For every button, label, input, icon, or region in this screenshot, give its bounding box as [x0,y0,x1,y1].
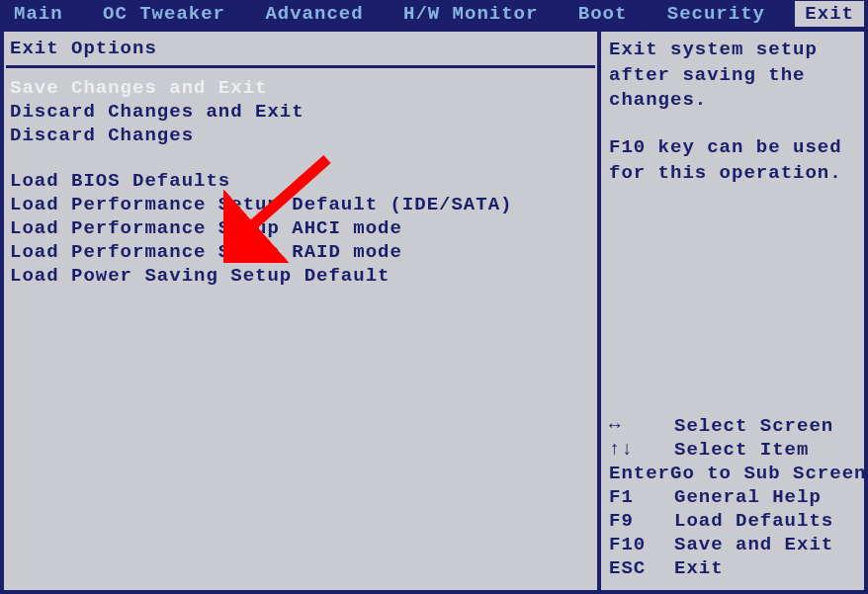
section-divider [6,65,595,68]
option-save-changes-and-exit[interactable]: Save Changes and Exit [6,76,595,100]
option-load-power-saving-setup-default[interactable]: Load Power Saving Setup Default [6,264,595,288]
keyhint-f10: F10 Save and Exit [609,533,856,556]
help-text-1: Exit system setup after saving the chang… [609,36,856,116]
tab-security[interactable]: Security [657,1,775,27]
keyhint-desc: General Help [674,486,822,508]
keyhint-desc: Save and Exit [674,534,833,555]
tab-advanced[interactable]: Advanced [255,1,373,27]
keyhint-desc: Select Item [674,439,809,461]
option-load-bios-defaults[interactable]: Load BIOS Defaults [6,169,595,193]
tab-main[interactable]: Main [4,1,73,27]
keyhint-key: F1 [609,486,674,508]
keyhint-desc: Load Defaults [674,510,833,532]
keyhint-key: ↔ [609,415,674,437]
keyhint-key: F9 [609,510,674,532]
keyhint-select-item: ↑↓ Select Item [609,438,856,462]
bios-content: Exit Options Save Changes and Exit Disca… [0,28,868,594]
keyhint-select-screen: ↔ Select Screen [609,414,856,438]
bios-menubar: Main OC Tweaker Advanced H/W Monitor Boo… [0,0,868,28]
keyhint-key: ESC [609,557,674,579]
help-text-2: F10 key can be used for this operation. [609,133,856,188]
option-load-performance-setup-default-ide-sata[interactable]: Load Performance Setup Default (IDE/SATA… [6,193,595,216]
option-load-performance-setup-ahci[interactable]: Load Performance Setup AHCI mode [6,216,595,240]
keyhint-key: ↑↓ [609,439,674,461]
option-discard-changes[interactable]: Discard Changes [6,124,595,147]
panel-title: Exit Options [6,36,595,65]
option-load-performance-setup-raid[interactable]: Load Performance Setup RAID mode [6,240,595,264]
keyhint-f1: F1 General Help [609,485,856,509]
key-hints: ↔ Select Screen ↑↓ Select Item Enter Go … [609,414,856,586]
keyhint-f9: F9 Load Defaults [609,509,856,533]
tab-oc-tweaker[interactable]: OC Tweaker [93,1,235,27]
keyhint-desc: Go to Sub Screen [670,463,866,484]
keyhint-esc: ESC Exit [609,556,856,580]
tab-hw-monitor[interactable]: H/W Monitor [393,1,548,27]
option-discard-changes-and-exit[interactable]: Discard Changes and Exit [6,100,595,124]
keyhint-enter: Enter Go to Sub Screen [609,462,856,485]
tab-exit[interactable]: Exit [795,1,864,27]
exit-options-panel: Exit Options Save Changes and Exit Disca… [4,32,601,590]
keyhint-key: F10 [609,534,674,555]
keyhint-desc: Exit [674,557,724,579]
tab-boot[interactable]: Boot [568,1,638,27]
keyhint-key: Enter [609,463,670,484]
help-panel: Exit system setup after saving the chang… [601,32,864,590]
keyhint-desc: Select Screen [674,415,833,437]
